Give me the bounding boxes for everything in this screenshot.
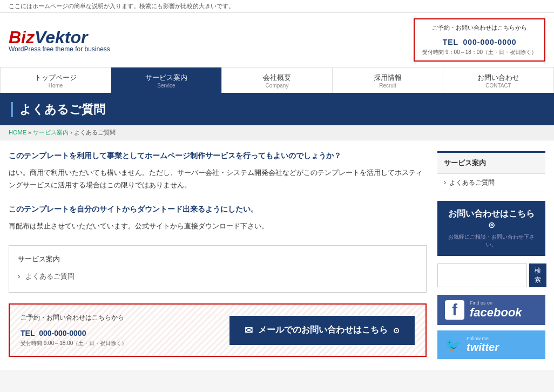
bottom-cta-left: ご予約・お問い合わせはこちらから TEL 000-000-0000 受付時間 9… (21, 313, 127, 347)
header-tel-number: 000-000-0000 (463, 38, 516, 46)
bottom-cta-btn-label: メールでのお問い合わせはこちら (258, 325, 388, 336)
sidebar-menu-link[interactable]: よくあるご質問 (437, 174, 545, 192)
faq-section-1: このテンプレートを利用して事業としてホームページ制作サービスを行ってもよいのでし… (9, 151, 427, 192)
sidebar-menu-title: サービス案内 (437, 153, 545, 174)
logo-title: Biz Vektor (9, 28, 110, 48)
facebook-name: facebook (470, 306, 522, 320)
bottom-cta: ご予約・お問い合わせはこちらから TEL 000-000-0000 受付時間 9… (9, 303, 427, 357)
faq-question-1: このテンプレートを利用して事業としてホームページ制作サービスを行ってもよいのでし… (9, 151, 427, 161)
nav-link-recruit[interactable]: 採用情報Recruit (333, 67, 443, 93)
sidebar-contact-sub: お気軽にご相談・お問い合わせ下さい。 (444, 233, 539, 248)
bottom-cta-tel: TEL 000-000-0000 (21, 322, 127, 340)
sidebar-search: 検索 (437, 263, 545, 287)
sub-nav-box: サービス案内 よくあるご質問 (9, 245, 427, 293)
sub-nav-link[interactable]: よくあるご質問 (25, 272, 75, 280)
nav-item-top[interactable]: トップページHome (0, 67, 111, 93)
header-contact-label: ご予約・お問い合わせはこちらから (422, 24, 537, 32)
logo-vektor: Vektor (35, 28, 87, 48)
main-container: このテンプレートを利用して事業としてホームページ制作サービスを行ってもよいのでし… (0, 140, 554, 370)
nav-en-recruit: Recruit (333, 83, 443, 89)
nav-en-company: Company (222, 83, 332, 89)
nav-en-service: Service (111, 83, 221, 89)
header-contact-box: ご予約・お問い合わせはこちらから TEL 000-000-0000 受付時間 9… (414, 18, 545, 62)
breadcrumb-service[interactable]: サービス案内 (33, 129, 69, 136)
faq-answer-2: 再配布は禁止させていただいています。公式サイトから直接ダウンロード下さい。 (9, 220, 427, 232)
bottom-cta-hours: 受付時間 9:00～18:00（土・日・祝日除く） (21, 340, 127, 347)
twitter-box[interactable]: 🐦 Follow me twitter (437, 330, 545, 359)
breadcrumb: HOME » サービス案内 › よくあるご質問 (0, 125, 554, 140)
top-bar-text: ここにはホームページの簡単な説明が入ります。検索にも影響が比較的大きいです。 (9, 3, 234, 9)
content-area: このテンプレートを利用して事業としてホームページ制作サービスを行ってもよいのでし… (9, 151, 427, 359)
arrow-icon: ⊙ (393, 326, 400, 335)
nav-en-contact: CONTACT (443, 83, 553, 89)
nav-item-recruit[interactable]: 採用情報Recruit (333, 67, 443, 93)
nav-item-service[interactable]: サービス案内Service (111, 67, 222, 93)
sidebar-contact-main: お問い合わせはこちら ⊙ (444, 208, 539, 231)
twitter-text: Follow me twitter (467, 336, 499, 354)
facebook-find: Find us on (470, 300, 522, 306)
header-contact-hours: 受付時間 9：00～18：00（土・日・祝日除く） (422, 49, 537, 56)
bar-accent (11, 102, 13, 117)
search-button[interactable]: 検索 (529, 263, 546, 287)
search-input[interactable] (437, 263, 527, 287)
sub-nav-title: サービス案内 (18, 254, 417, 264)
mail-icon: ✉ (245, 325, 253, 336)
twitter-name: twitter (467, 341, 499, 354)
faq-question-2: このテンプレートを自分のサイトからダウントード出来るようにしたい。 (9, 205, 427, 214)
bottom-cta-button[interactable]: ✉ メールでのお問い合わせはこちら ⊙ (229, 316, 415, 345)
bottom-cta-label: ご予約・お問い合わせはこちらから (21, 313, 127, 322)
main-nav: トップページHome サービス案内Service 会社概要Company 採用情… (0, 67, 554, 94)
facebook-icon: f (445, 300, 464, 320)
sidebar-menu: サービス案内 よくあるご質問 (437, 151, 545, 192)
top-bar: ここにはホームページの簡単な説明が入ります。検索にも影響が比較的大きいです。 (0, 0, 554, 13)
faq-section-2: このテンプレートを自分のサイトからダウントード出来るようにしたい。 再配布は禁止… (9, 205, 427, 232)
logo-biz: Biz (9, 28, 35, 48)
facebook-text: Find us on facebook (470, 300, 522, 320)
header-tel-prefix: TEL (443, 38, 458, 46)
nav-en-top: Home (1, 83, 111, 89)
nav-link-service[interactable]: サービス案内Service (111, 67, 221, 93)
twitter-follow: Follow me (467, 336, 499, 341)
nav-item-contact[interactable]: お問い合わせCONTACT (443, 67, 554, 93)
sub-nav-item[interactable]: よくあるご質問 (18, 269, 417, 283)
sidebar-menu-item[interactable]: よくあるご質問 (437, 174, 545, 192)
header-contact-tel: TEL 000-000-0000 (422, 32, 537, 49)
breadcrumb-current: よくあるご質問 (74, 129, 116, 136)
nav-link-contact[interactable]: お問い合わせCONTACT (443, 67, 553, 93)
logo: Biz Vektor WordPress free theme for busi… (9, 28, 110, 53)
page-title-bar: よくあるご質問 (0, 94, 554, 125)
faq-answer-1: はい。商用で利用いただいても構いません。ただし、サーバー会社・システム開発会社な… (9, 166, 427, 192)
nav-link-company[interactable]: 会社概要Company (222, 67, 332, 93)
bottom-cta-tel-number: 000-000-0000 (39, 329, 86, 337)
nav-item-company[interactable]: 会社概要Company (222, 67, 333, 93)
sidebar: サービス案内 よくあるご質問 お問い合わせはこちら ⊙ お気軽にご相談・お問い合… (437, 151, 545, 359)
header: Biz Vektor WordPress free theme for busi… (0, 13, 554, 67)
breadcrumb-home[interactable]: HOME (9, 129, 26, 136)
sidebar-contact-button[interactable]: お問い合わせはこちら ⊙ お気軽にご相談・お問い合わせ下さい。 (437, 201, 545, 256)
twitter-bird-icon: 🐦 (445, 337, 461, 353)
nav-link-top[interactable]: トップページHome (1, 67, 111, 93)
facebook-box[interactable]: f Find us on facebook (437, 295, 545, 325)
page-title: よくあるご質問 (19, 102, 105, 118)
logo-sub: WordPress free theme for business (9, 45, 110, 53)
bottom-cta-tel-prefix: TEL (21, 329, 35, 337)
